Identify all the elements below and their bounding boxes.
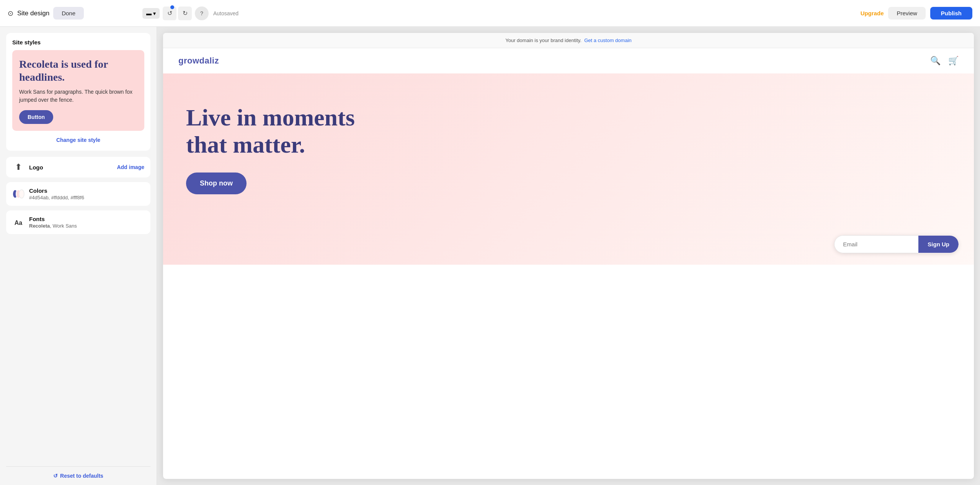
colors-content: Colors #4d54ab, #ffdddd, #fff8f6 xyxy=(29,187,144,200)
fonts-icon: Aa xyxy=(12,217,24,227)
cart-icon[interactable]: 🛒 xyxy=(948,56,959,66)
site-styles-card: Site styles Recoleta is used for headlin… xyxy=(6,33,150,151)
nav-icons: 🔍 🛒 xyxy=(930,56,959,66)
colors-value: #4d54ab, #ffdddd, #fff8f6 xyxy=(29,195,144,200)
help-button[interactable]: ? xyxy=(195,7,209,20)
sidebar-footer: ↺ Reset to defaults xyxy=(6,466,150,479)
style-paragraph: Work Sans for paragraphs. The quick brow… xyxy=(19,88,137,104)
style-button-preview[interactable]: Button xyxy=(19,110,53,124)
reset-icon: ↺ xyxy=(53,473,58,479)
site-styles-title: Site styles xyxy=(12,39,144,46)
colors-label: Colors xyxy=(29,187,144,194)
domain-text: Your domain is your brand identity. xyxy=(505,37,581,43)
sidebar: Site styles Recoleta is used for headlin… xyxy=(0,27,157,485)
style-headline: Recoleta is used for headlines. xyxy=(19,58,137,83)
publish-button[interactable]: Publish xyxy=(930,7,972,20)
style-preview: Recoleta is used for headlines. Work San… xyxy=(12,50,144,131)
custom-domain-link[interactable]: Get a custom domain xyxy=(584,37,632,43)
toolbar-center: ▬ ▾ ↺ ↻ ? Autosaved xyxy=(135,7,856,20)
color-swatches xyxy=(12,189,24,199)
swatch-light xyxy=(19,189,24,199)
logo-icon: ⬆ xyxy=(12,162,24,172)
fonts-value: Recoleta, Work Sans xyxy=(29,223,144,229)
change-style-button[interactable]: Change site style xyxy=(12,135,144,145)
fonts-content: Fonts Recoleta, Work Sans xyxy=(29,216,144,229)
shop-now-button[interactable]: Shop now xyxy=(186,173,247,194)
logo-label: Logo xyxy=(29,164,112,171)
email-input[interactable] xyxy=(834,235,918,253)
preview-button[interactable]: Preview xyxy=(888,7,925,20)
autosaved-label: Autosaved xyxy=(213,10,238,16)
logo-content: Logo xyxy=(29,164,112,171)
unsaved-indicator xyxy=(170,5,174,9)
toolbar: ⊙ Site design Done ▬ ▾ ↺ ↻ ? Autosaved U… xyxy=(0,0,980,27)
fonts-label: Fonts xyxy=(29,216,144,222)
reset-label: Reset to defaults xyxy=(60,473,103,479)
signup-button[interactable]: Sign Up xyxy=(918,236,959,253)
hero-headline: Live in moments that matter. xyxy=(186,104,377,159)
add-image-button[interactable]: Add image xyxy=(117,164,144,170)
search-icon[interactable]: 🔍 xyxy=(930,56,941,66)
undo-redo-group: ↺ ↻ xyxy=(163,7,192,20)
site-logo: growdaliz xyxy=(178,56,219,66)
logo-row: ⬆ Logo Add image xyxy=(6,157,150,177)
fonts-row[interactable]: Aa Fonts Recoleta, Work Sans xyxy=(6,210,150,234)
colors-row[interactable]: Colors #4d54ab, #ffdddd, #fff8f6 xyxy=(6,182,150,206)
device-toggle-button[interactable]: ▬ ▾ xyxy=(142,8,160,19)
site-design-icon: ⊙ xyxy=(8,9,13,18)
preview-frame: Your domain is your brand identity. Get … xyxy=(163,33,974,479)
toolbar-right: Upgrade Preview Publish xyxy=(861,7,972,20)
site-design-title: Site design xyxy=(17,10,49,17)
domain-banner: Your domain is your brand identity. Get … xyxy=(163,33,974,48)
reset-button[interactable]: ↺ Reset to defaults xyxy=(53,473,103,479)
done-button[interactable]: Done xyxy=(53,7,84,20)
colors-icon xyxy=(12,189,24,199)
toolbar-left: ⊙ Site design Done xyxy=(8,7,130,20)
hero-section: Live in moments that matter. Shop now Si… xyxy=(163,73,974,265)
device-chevron: ▾ xyxy=(153,10,156,16)
upgrade-button[interactable]: Upgrade xyxy=(861,10,884,16)
preview-area: Your domain is your brand identity. Get … xyxy=(157,27,980,485)
redo-button[interactable]: ↻ xyxy=(178,7,192,20)
device-icon: ▬ xyxy=(146,10,152,16)
main-layout: Site styles Recoleta is used for headlin… xyxy=(0,27,980,485)
site-nav: growdaliz 🔍 🛒 xyxy=(163,48,974,73)
undo-button[interactable]: ↺ xyxy=(163,7,176,20)
email-signup: Sign Up xyxy=(834,235,959,253)
